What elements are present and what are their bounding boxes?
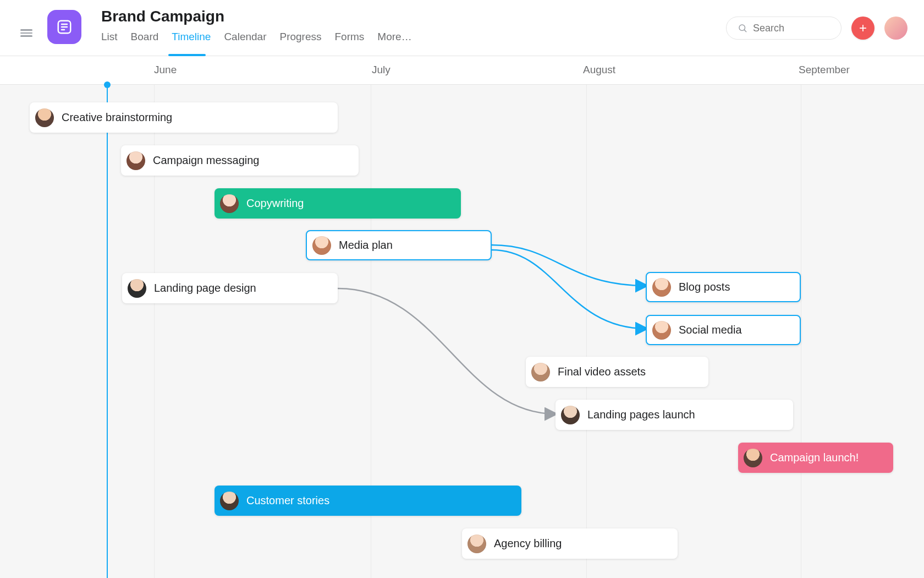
avatar-icon xyxy=(652,278,671,297)
month-june: June xyxy=(154,64,177,76)
menu-button[interactable] xyxy=(15,22,37,44)
task-copywriting[interactable]: Copywriting xyxy=(215,188,461,219)
task-landing-page-design[interactable]: Landing page design xyxy=(122,273,338,303)
task-landing-pages-launch[interactable]: Landing pages launch xyxy=(556,400,793,430)
avatar-icon xyxy=(561,406,580,424)
title-block: Brand Campaign xyxy=(101,8,224,25)
timeline-canvas[interactable]: Creative brainstorming Campaign messagin… xyxy=(0,85,924,578)
task-agency-billing[interactable]: Agency billing xyxy=(462,528,678,559)
today-dot xyxy=(104,81,111,88)
header-right: + xyxy=(726,17,908,40)
task-social-media[interactable]: Social media xyxy=(646,315,801,345)
avatar-icon xyxy=(35,108,54,127)
tab-forms[interactable]: Forms xyxy=(335,31,365,54)
svg-line-5 xyxy=(744,30,746,31)
task-label: Campaign launch! xyxy=(770,451,859,464)
task-label: Blog posts xyxy=(679,281,730,293)
hamburger-icon xyxy=(20,28,32,39)
task-label: Final video assets xyxy=(558,366,646,378)
task-label: Landing page design xyxy=(154,282,256,295)
tab-board[interactable]: Board xyxy=(131,31,159,54)
task-label: Copywriting xyxy=(246,197,304,210)
task-label: Social media xyxy=(679,324,742,336)
tab-list[interactable]: List xyxy=(101,31,118,54)
avatar-icon xyxy=(531,363,550,381)
tab-calendar[interactable]: Calendar xyxy=(224,31,266,54)
avatar-icon xyxy=(220,492,239,510)
task-media-plan[interactable]: Media plan xyxy=(306,230,492,260)
list-icon xyxy=(56,19,73,35)
user-avatar[interactable] xyxy=(884,17,908,40)
task-label: Campaign messaging xyxy=(153,154,259,167)
task-creative-brainstorming[interactable]: Creative brainstorming xyxy=(30,102,338,133)
month-august: August xyxy=(583,64,615,76)
task-label: Landing pages launch xyxy=(587,408,695,421)
search-box[interactable] xyxy=(726,17,842,40)
gridline xyxy=(586,85,587,578)
nav-tabs: List Board Timeline Calendar Progress Fo… xyxy=(101,31,412,54)
project-icon[interactable] xyxy=(47,10,81,44)
header: Brand Campaign List Board Timeline Calen… xyxy=(0,0,924,56)
tab-progress[interactable]: Progress xyxy=(279,31,321,54)
avatar-icon xyxy=(744,449,762,467)
task-final-video-assets[interactable]: Final video assets xyxy=(526,357,708,387)
month-september: September xyxy=(799,64,850,76)
tab-more[interactable]: More… xyxy=(377,31,411,54)
gridline xyxy=(801,85,801,578)
task-customer-stories[interactable]: Customer stories xyxy=(215,486,521,516)
avatar-icon xyxy=(312,236,331,255)
avatar-icon xyxy=(128,279,146,298)
months-bar: June July August September xyxy=(0,56,924,85)
avatar-icon xyxy=(127,151,145,170)
today-line xyxy=(107,85,108,578)
task-campaign-messaging[interactable]: Campaign messaging xyxy=(121,145,359,176)
page-title: Brand Campaign xyxy=(101,8,224,25)
search-input[interactable] xyxy=(753,23,830,34)
task-blog-posts[interactable]: Blog posts xyxy=(646,272,801,302)
task-label: Customer stories xyxy=(246,494,329,507)
task-label: Agency billing xyxy=(494,537,562,550)
month-july: July xyxy=(372,64,391,76)
avatar-icon xyxy=(652,321,671,340)
plus-icon: + xyxy=(859,20,867,36)
task-campaign-launch[interactable]: Campaign launch! xyxy=(738,443,893,473)
search-icon xyxy=(738,23,747,33)
add-button[interactable]: + xyxy=(851,17,875,40)
task-label: Media plan xyxy=(339,239,393,252)
avatar-icon xyxy=(220,194,239,213)
avatar-icon xyxy=(468,535,486,553)
tab-timeline[interactable]: Timeline xyxy=(172,31,211,54)
task-label: Creative brainstorming xyxy=(62,111,172,124)
